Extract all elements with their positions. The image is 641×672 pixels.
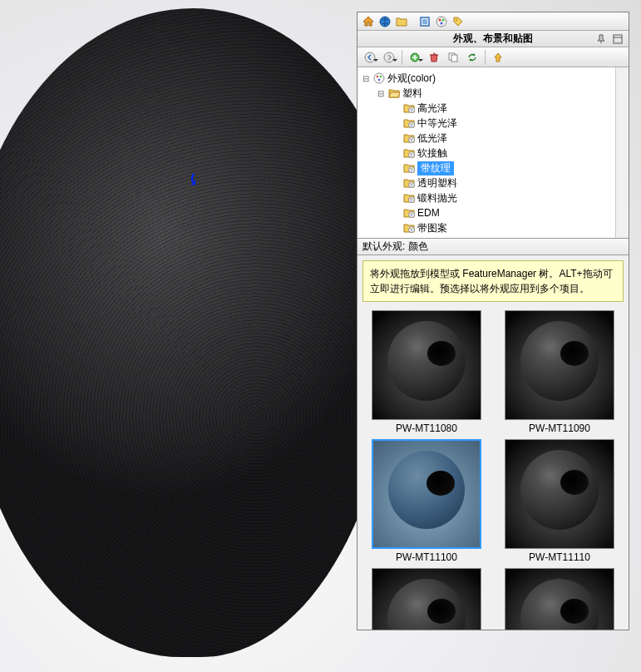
svg-point-18 — [409, 107, 415, 113]
svg-point-42 — [409, 197, 415, 203]
svg-point-15 — [377, 76, 379, 78]
home-icon[interactable] — [361, 14, 376, 29]
appearance-tree[interactable]: ⊟ 外观(color) ⊟ 塑料 高光泽中等光泽低光泽软接触带纹理透明塑料锻料抛… — [357, 67, 629, 239]
panel-title: 外观、布景和贴图 — [453, 32, 533, 46]
svg-point-31 — [410, 153, 412, 155]
svg-point-38 — [409, 182, 415, 188]
expand-icon[interactable] — [610, 32, 625, 47]
svg-point-22 — [409, 122, 415, 128]
tree-item[interactable]: EDM — [357, 205, 629, 220]
svg-point-24 — [412, 123, 413, 125]
svg-point-21 — [411, 110, 412, 111]
svg-point-10 — [384, 52, 394, 62]
svg-point-41 — [411, 185, 412, 186]
svg-point-53 — [411, 230, 412, 231]
svg-point-33 — [411, 155, 412, 156]
forward-icon[interactable] — [380, 49, 398, 66]
add-icon[interactable] — [406, 49, 424, 66]
copy-icon[interactable] — [444, 49, 462, 66]
frame-icon[interactable] — [417, 14, 432, 29]
tooltip-text: 将外观拖放到模型或 FeatureManager 树。ALT+拖动可立即进行编辑… — [370, 268, 613, 294]
tooltip-hint: 将外观拖放到模型或 FeatureManager 树。ALT+拖动可立即进行编辑… — [362, 260, 624, 302]
appearance-thumbnail[interactable]: PW-MT11080 — [364, 310, 489, 434]
tree-item[interactable]: 锻料抛光 — [357, 190, 629, 205]
default-appearance-label: 默认外观: 颜色 — [362, 240, 428, 254]
tree-item-label: 高光泽 — [417, 101, 447, 116]
thumbnail-label: PW-MT11090 — [529, 422, 590, 434]
delete-icon[interactable] — [425, 49, 443, 66]
svg-point-44 — [412, 198, 413, 200]
tree-item-label: EDM — [417, 207, 440, 219]
svg-point-35 — [410, 168, 412, 170]
tree-item[interactable]: 低光泽 — [357, 131, 629, 146]
svg-point-32 — [412, 153, 413, 155]
svg-point-51 — [410, 228, 412, 230]
tree-item-label: 锻料抛光 — [417, 191, 457, 205]
svg-point-46 — [409, 212, 415, 218]
svg-point-36 — [412, 168, 413, 170]
svg-point-3 — [436, 17, 446, 27]
up-arrow-icon[interactable] — [489, 49, 507, 66]
appearance-thumbnail[interactable]: PW-MT11120 — [364, 568, 489, 630]
collapse-icon[interactable]: ⊟ — [376, 89, 386, 98]
svg-point-5 — [442, 18, 445, 21]
svg-point-20 — [412, 108, 413, 110]
svg-point-48 — [412, 213, 413, 215]
tree-label: 塑料 — [402, 86, 422, 101]
svg-point-39 — [410, 183, 412, 185]
thumbnail-label: PW-MT11080 — [396, 422, 457, 434]
refresh-icon[interactable] — [463, 49, 481, 66]
tree-item[interactable]: 软接触 — [357, 146, 629, 161]
folder-palette-icon — [402, 206, 416, 220]
thumbnail-image — [505, 310, 614, 420]
svg-point-28 — [412, 138, 413, 140]
palette-icon[interactable] — [434, 14, 449, 29]
svg-point-29 — [411, 140, 412, 141]
panel-top-toolbar — [357, 12, 629, 31]
tree-item[interactable]: 带纹理 — [357, 161, 629, 175]
folder-palette-icon — [402, 191, 416, 205]
back-icon[interactable] — [361, 49, 379, 66]
thumbnail-image — [372, 310, 481, 420]
tree-item[interactable]: 高光泽 — [357, 101, 629, 116]
appearance-panel: 外观、布景和贴图 ⊟ 外观(color) ⊟ 塑料 高光泽中等光泽低光泽软接触带… — [357, 12, 629, 630]
svg-point-34 — [409, 167, 415, 173]
svg-point-37 — [411, 170, 412, 171]
tree-folder-plastic[interactable]: ⊟ 塑料 — [357, 86, 629, 101]
svg-point-17 — [378, 79, 381, 82]
appearance-thumbnail[interactable]: PW-MT11110 — [497, 439, 622, 563]
pin-icon[interactable] — [594, 32, 609, 47]
tree-item[interactable]: 透明塑料 — [357, 175, 629, 190]
thumbnail-label: PW-MT11110 — [529, 551, 590, 563]
thumbnail-grid[interactable]: PW-MT11080PW-MT11090PW-MT11100PW-MT11110… — [357, 307, 629, 630]
model-part[interactable] — [0, 8, 399, 657]
svg-rect-8 — [614, 35, 622, 43]
tree-scrollbar[interactable] — [615, 67, 629, 238]
world-icon[interactable] — [377, 14, 392, 29]
open-folder-icon[interactable] — [394, 14, 409, 29]
tree-item-label: 透明塑料 — [417, 176, 457, 190]
appearance-thumbnail[interactable]: PW-MT11090 — [497, 310, 622, 434]
thumbnail-image — [505, 439, 614, 549]
svg-rect-2 — [422, 19, 427, 24]
tree-label: 外观(color) — [387, 72, 436, 86]
tree-item-label: 带纹理 — [417, 161, 454, 175]
tree-item[interactable]: 带图案 — [357, 220, 629, 235]
svg-point-40 — [412, 183, 413, 185]
svg-point-45 — [411, 200, 412, 201]
panel-nav-toolbar — [357, 47, 629, 67]
separator — [485, 50, 486, 65]
tree-item[interactable]: 中等光泽 — [357, 116, 629, 131]
collapse-icon[interactable]: ⊟ — [361, 74, 371, 83]
tree-root[interactable]: ⊟ 外观(color) — [357, 71, 629, 86]
svg-point-27 — [410, 138, 412, 140]
appearance-thumbnail[interactable]: PW-MT11100 — [364, 439, 489, 563]
tag-icon[interactable] — [451, 14, 466, 29]
tree-item-label: 低光泽 — [417, 131, 447, 146]
thumbnail-image — [505, 568, 614, 630]
svg-point-25 — [411, 125, 412, 126]
palette-icon — [372, 72, 386, 85]
separator — [402, 50, 402, 65]
svg-point-50 — [409, 227, 415, 233]
appearance-thumbnail[interactable]: PW-MT11130 — [497, 568, 622, 630]
